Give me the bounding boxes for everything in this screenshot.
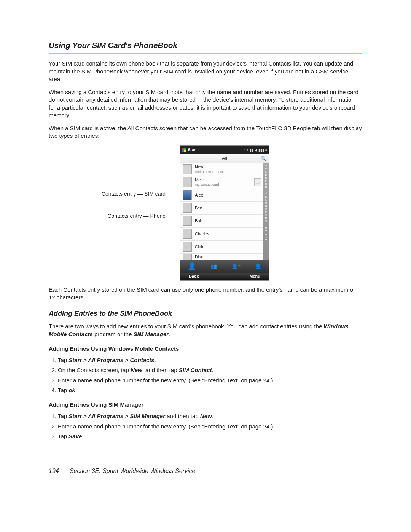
battery-icon: ▮▮▮	[258, 148, 264, 152]
network-1x-icon: 1X	[244, 148, 249, 152]
paragraph-saving: When saving a Contacts entry to your SIM…	[49, 88, 362, 119]
callout-leader-line	[168, 216, 180, 216]
procedure-head-sim: Adding Entries Using SIM Manager	[49, 401, 362, 409]
people-group-icon[interactable]: 👥	[210, 263, 217, 270]
contact-row[interactable]: NewAdd a new contact	[180, 163, 263, 176]
contacts-list[interactable]: NewAdd a new contactMeMy contact card▭Al…	[180, 163, 263, 260]
pivot-label: All	[222, 155, 227, 162]
softkey-back[interactable]: Back	[189, 273, 199, 279]
paragraph-two-ways: There are two ways to add new entries to…	[49, 323, 362, 338]
soft-key-bar: Back Menu	[180, 273, 269, 280]
step-item: Tap Start > All Programs > SIM Manager a…	[58, 412, 362, 420]
people-tab-active-icon[interactable]: 👤	[188, 262, 196, 271]
step-item: Tap Start > All Programs > Contacts.	[58, 356, 362, 364]
procedure-head-wmc: Adding Entries Using Windows Mobile Cont…	[49, 345, 362, 353]
add-contact-icon	[183, 164, 192, 174]
contact-row[interactable]: Bob	[180, 215, 263, 228]
people-misc-icon[interactable]: 👤	[255, 263, 261, 270]
tab-bar[interactable]: 👤 👥 👤⁺ 👤	[180, 260, 269, 273]
pivot-header[interactable]: All 🔍	[180, 154, 269, 163]
contact-text: Ben	[195, 205, 202, 211]
contact-row[interactable]: MeMy contact card▭	[180, 176, 263, 189]
contact-row[interactable]: Charles	[180, 228, 263, 241]
section-label: Section 3E. Sprint Worldwide Wireless Se…	[70, 468, 196, 474]
avatar-icon	[183, 242, 192, 252]
sim-card-icon	[183, 190, 192, 200]
steps-wmc: Tap Start > All Programs > Contacts. On …	[49, 356, 362, 394]
avatar-icon	[183, 177, 192, 187]
avatar-icon	[183, 216, 192, 226]
signal-icon: ▮▮	[250, 148, 253, 152]
my-card-icon[interactable]: ▭	[254, 178, 261, 186]
softkey-menu[interactable]: Menu	[249, 273, 260, 279]
contact-row[interactable]: Claire	[180, 241, 263, 254]
paragraph-limits: Each Contacts entry stored on the SIM ca…	[49, 286, 362, 302]
contact-text: Claire	[195, 244, 206, 250]
step-item: On the Contacts screen, tap New, and the…	[58, 366, 362, 374]
figure-container: Contacts entry — SIM card Contacts entry…	[98, 145, 362, 281]
avatar-icon	[183, 203, 192, 213]
contact-text: Alex	[195, 192, 203, 198]
avatar-icon	[183, 229, 192, 239]
az-scroll-index[interactable]: ABCDEFGHIJKLMNOPQRSTUVWXYZ	[263, 163, 269, 260]
phone-titlebar[interactable]: Start 1X ▮▮ ◀ ▮▮▮ ≡	[180, 146, 269, 154]
windows-logo-icon	[182, 148, 186, 152]
subsection-title: Adding Entries to the SIM PhoneBook	[49, 309, 362, 318]
search-icon[interactable]: 🔍	[261, 155, 266, 161]
contact-row[interactable]: Alex	[180, 189, 263, 202]
volume-icon: ◀	[255, 148, 257, 152]
section-title: Using Your SIM Card's PhoneBook	[49, 40, 362, 51]
contact-text: MeMy contact card	[195, 177, 219, 187]
contact-text: Charles	[195, 231, 209, 237]
contact-text: Bob	[195, 218, 202, 224]
callouts-column: Contacts entry — SIM card Contacts entry…	[98, 145, 180, 222]
callout-leader-line	[168, 194, 180, 194]
status-icons: 1X ▮▮ ◀ ▮▮▮ ≡	[244, 148, 267, 152]
step-item: Enter a name and phone number for the ne…	[58, 377, 362, 384]
contact-text: NewAdd a new contact	[195, 164, 223, 174]
page-footer: 194 Section 3E. Sprint Worldwide Wireles…	[49, 467, 362, 475]
callout-phone: Contacts entry — Phone	[107, 212, 166, 220]
step-item: Enter a name and phone number for the ne…	[58, 423, 362, 430]
paragraph-intro: Your SIM card contains its own phone boo…	[49, 60, 362, 83]
contact-text: Diana	[195, 254, 206, 260]
yellow-rule	[49, 53, 362, 54]
contact-row[interactable]: Ben	[180, 202, 263, 215]
start-label: Start	[188, 147, 197, 153]
step-item: Tap ok.	[58, 387, 362, 394]
paragraph-active-sim: When a SIM card is active, the All Conta…	[49, 125, 362, 140]
people-extras-icon[interactable]: 👤⁺	[231, 263, 241, 270]
phone-screenshot: Start 1X ▮▮ ◀ ▮▮▮ ≡ All 🔍 NewAdd a new c…	[180, 145, 269, 281]
avatar-icon	[183, 254, 192, 260]
page-number: 194	[49, 468, 59, 474]
menu-icon: ≡	[265, 148, 267, 152]
contact-row[interactable]: Diana	[180, 254, 263, 260]
step-item: Tap Save.	[58, 433, 362, 440]
callout-sim-card: Contacts entry — SIM card	[102, 190, 166, 198]
steps-sim: Tap Start > All Programs > SIM Manager a…	[49, 412, 362, 440]
